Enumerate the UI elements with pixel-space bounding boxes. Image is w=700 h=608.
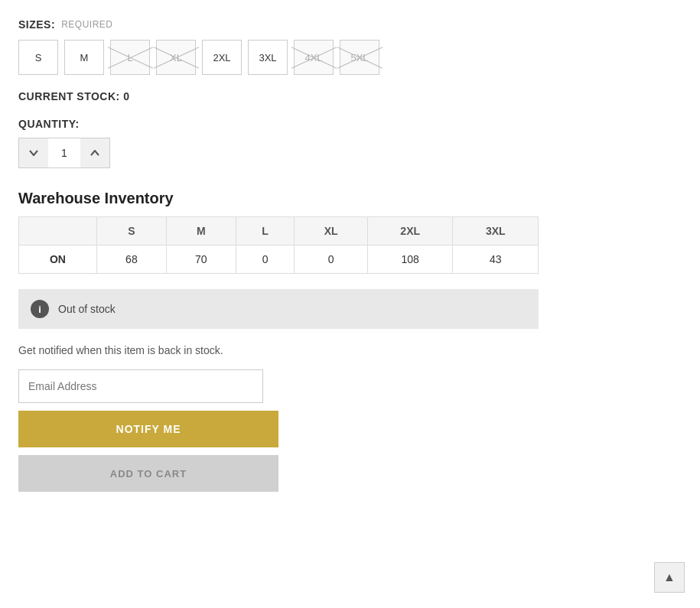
row-2xl: 108 xyxy=(367,245,453,274)
size-btn-4xl[interactable]: 4XL xyxy=(294,40,334,75)
size-btn-s[interactable]: S xyxy=(18,40,58,75)
row-m: 70 xyxy=(166,245,236,274)
size-buttons-row: S M L XL 2XL 3XL 4XL 5XL xyxy=(18,40,532,75)
size-btn-m[interactable]: M xyxy=(64,40,104,75)
col-header-xl: XL xyxy=(295,217,368,245)
col-header-2xl: 2XL xyxy=(367,217,453,245)
current-stock-section: CURRENT STOCK: 0 xyxy=(18,90,532,102)
sizes-label: SIZES: xyxy=(18,18,55,31)
row-xl: 0 xyxy=(295,245,368,274)
table-header-row: S M L XL 2XL 3XL xyxy=(19,217,539,245)
col-header-location xyxy=(19,217,97,245)
size-btn-2xl[interactable]: 2XL xyxy=(202,40,242,75)
table-row: ON 68 70 0 0 108 43 xyxy=(19,245,539,274)
chevron-down-icon xyxy=(29,150,38,156)
main-content: SIZES: REQUIRED S M L XL 2XL 3XL 4XL 5XL… xyxy=(0,0,551,522)
sizes-label-row: SIZES: REQUIRED xyxy=(18,18,532,31)
scroll-to-top-button[interactable]: ▲ xyxy=(654,562,685,593)
row-l: 0 xyxy=(236,245,295,274)
row-s: 68 xyxy=(96,245,166,274)
out-of-stock-text: Out of stock xyxy=(58,303,116,315)
size-btn-xl[interactable]: XL xyxy=(156,40,196,75)
quantity-decrement-button[interactable] xyxy=(19,138,48,167)
sizes-section: SIZES: REQUIRED S M L XL 2XL 3XL 4XL 5XL xyxy=(18,18,532,75)
email-input[interactable] xyxy=(18,369,263,403)
add-to-cart-button[interactable]: ADD TO CART xyxy=(18,455,278,492)
quantity-label: QUANTITY: xyxy=(18,118,532,130)
size-btn-l[interactable]: L xyxy=(110,40,150,75)
required-badge: REQUIRED xyxy=(61,19,112,30)
info-icon: i xyxy=(31,300,49,318)
warehouse-title: Warehouse Inventory xyxy=(18,190,532,207)
col-header-s: S xyxy=(96,217,166,245)
size-btn-5xl[interactable]: 5XL xyxy=(340,40,379,75)
col-header-m: M xyxy=(166,217,236,245)
out-of-stock-banner: i Out of stock xyxy=(18,289,539,329)
quantity-increment-button[interactable] xyxy=(80,138,109,167)
col-header-3xl: 3XL xyxy=(453,217,539,245)
warehouse-section: Warehouse Inventory S M L XL 2XL 3XL ON … xyxy=(18,190,532,274)
current-stock-label: CURRENT STOCK: 0 xyxy=(18,90,129,102)
quantity-stepper: 1 xyxy=(18,138,110,168)
inventory-table: S M L XL 2XL 3XL ON 68 70 0 0 108 43 xyxy=(18,216,539,274)
size-btn-3xl[interactable]: 3XL xyxy=(248,40,288,75)
notify-description: Get notified when this item is back in s… xyxy=(18,343,278,359)
notify-section: Get notified when this item is back in s… xyxy=(18,343,532,492)
quantity-section: QUANTITY: 1 xyxy=(18,118,532,168)
quantity-value: 1 xyxy=(48,147,80,159)
chevron-up-icon xyxy=(90,150,99,156)
col-header-l: L xyxy=(236,217,295,245)
row-3xl: 43 xyxy=(453,245,539,274)
notify-me-button[interactable]: NOTIFY ME xyxy=(18,411,278,447)
row-location: ON xyxy=(19,245,97,274)
